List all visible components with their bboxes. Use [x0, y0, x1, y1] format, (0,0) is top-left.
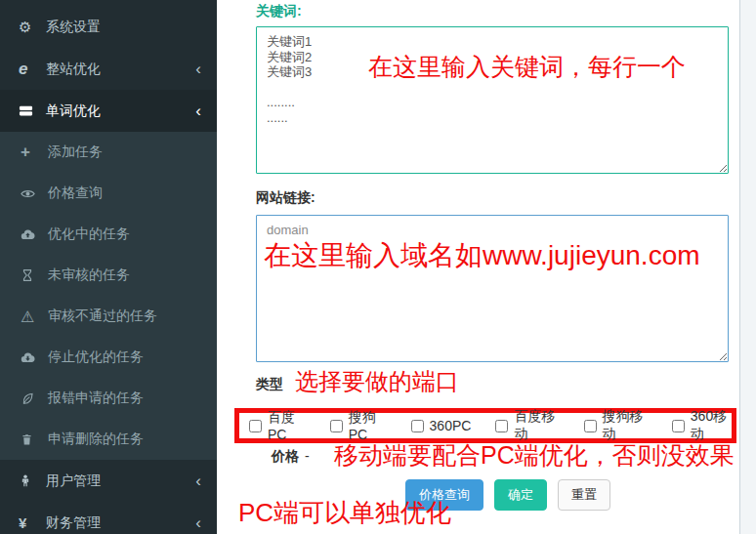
sidebar-item-label: 优化中的任务	[48, 226, 130, 243]
checkbox-360-mobile[interactable]: 360移动	[672, 408, 732, 443]
hourglass-icon	[21, 268, 45, 282]
price-annotation: 移动端要配合PC端优化，否则没效果	[334, 439, 735, 472]
sidebar-item-site-optimization[interactable]: e 整站优化 ‹	[0, 48, 217, 90]
price-value: -	[305, 448, 310, 464]
sidebar-item-label: 整站优化	[46, 61, 101, 78]
baidu-pc-checkbox[interactable]	[249, 420, 262, 432]
checkbox-label: 百度PC	[268, 409, 306, 442]
sidebar: ⚙ 系统设置 e 整站优化 ‹ 单词优化 ‹ + 添加任务 价格查询 优化中的任…	[0, 0, 217, 534]
sidebar-item-system-settings[interactable]: ⚙ 系统设置	[0, 6, 217, 48]
chevron-left-icon: ‹	[195, 103, 201, 119]
baidu-mobile-checkbox[interactable]	[495, 420, 508, 432]
internet-explorer-icon: e	[19, 61, 43, 77]
sidebar-item-label: 价格查询	[48, 185, 103, 202]
scrollbar-track[interactable]	[739, 0, 756, 534]
type-label: 类型	[256, 376, 283, 393]
form-buttons: 价格查询 确定 重置	[405, 479, 610, 511]
sidebar-item-label: 添加任务	[48, 144, 103, 161]
checkbox-baidu-mobile[interactable]: 百度移动	[495, 408, 559, 443]
sidebar-item-word-optimization[interactable]: 单词优化 ‹	[0, 90, 217, 132]
sogou-pc-checkbox[interactable]	[330, 420, 343, 432]
sidebar-item-price-query[interactable]: 价格查询	[0, 173, 217, 214]
type-row: 类型 选择要做的端口	[256, 372, 459, 397]
add-task-form: 关键词: 关键词1 关键词2 关键词3 ........ ...... 在这里输…	[217, 0, 756, 534]
confirm-button[interactable]: 确定	[494, 479, 547, 511]
cloud-download-icon	[21, 350, 45, 365]
sidebar-item-label: 报错申请的任务	[48, 390, 144, 407]
checkbox-label: 搜狗PC	[349, 409, 387, 442]
checkbox-baidu-pc[interactable]: 百度PC	[249, 409, 306, 442]
type-annotation: 选择要做的端口	[295, 366, 459, 397]
trash-icon	[21, 433, 45, 446]
sidebar-item-optimizing-tasks[interactable]: 优化中的任务	[0, 214, 217, 255]
sidebar-item-label: 财务管理	[46, 514, 101, 532]
sidebar-item-stopped-tasks[interactable]: 停止优化的任务	[0, 337, 217, 378]
sidebar-item-label: 停止优化的任务	[48, 349, 144, 366]
sogou-mobile-checkbox[interactable]	[584, 420, 597, 432]
site-link-label: 网站链接:	[256, 189, 315, 207]
yen-icon: ¥	[19, 514, 43, 531]
price-query-button[interactable]: 价格查询	[405, 479, 483, 511]
site-link-textarea[interactable]: domain	[256, 215, 729, 362]
sidebar-item-finance-management[interactable]: ¥ 财务管理 ‹	[0, 502, 217, 534]
sidebar-item-rejected-tasks[interactable]: ⚠ 审核不通过的任务	[0, 296, 217, 337]
sidebar-item-add-task[interactable]: + 添加任务	[0, 132, 217, 173]
person-icon	[19, 474, 43, 488]
word-optimization-submenu: + 添加任务 价格查询 优化中的任务 未审核的任务 ⚠ 审核不通过的任务	[0, 132, 217, 460]
sidebar-item-label: 单词优化	[46, 103, 101, 120]
checkbox-label: 搜狗移动	[603, 408, 648, 443]
sidebar-item-unreviewed-tasks[interactable]: 未审核的任务	[0, 255, 217, 296]
keywords-label: 关键词:	[256, 3, 302, 21]
checkbox-label: 360PC	[430, 418, 472, 433]
chevron-left-icon: ‹	[195, 61, 201, 77]
sidebar-item-label: 未审核的任务	[48, 267, 130, 284]
360-pc-checkbox[interactable]	[411, 420, 424, 432]
sidebar-item-label: 用户管理	[46, 472, 101, 490]
checkbox-sogou-mobile[interactable]: 搜狗移动	[584, 408, 648, 443]
cloud-upload-icon	[21, 227, 45, 242]
keywords-textarea[interactable]: 关键词1 关键词2 关键词3 ........ ......	[256, 26, 729, 174]
sidebar-item-error-report-tasks[interactable]: 报错申请的任务	[0, 378, 217, 419]
sidebar-item-delete-request-tasks[interactable]: 申请删除的任务	[0, 419, 217, 460]
sidebar-item-label: 申请删除的任务	[48, 431, 144, 448]
sidebar-item-label: 系统设置	[46, 19, 101, 36]
checkbox-360-pc[interactable]: 360PC	[411, 418, 472, 433]
leaf-icon	[21, 391, 45, 406]
warning-icon: ⚠	[21, 308, 45, 326]
eye-icon	[21, 186, 45, 201]
reset-button[interactable]: 重置	[558, 479, 610, 511]
chevron-left-icon: ‹	[195, 472, 201, 489]
price-label: 价格	[272, 448, 299, 466]
server-icon	[19, 103, 43, 118]
checkbox-label: 百度移动	[514, 408, 559, 443]
checkbox-sogou-pc[interactable]: 搜狗PC	[330, 409, 387, 442]
gear-icon: ⚙	[19, 19, 43, 36]
chevron-left-icon: ‹	[195, 514, 201, 531]
sidebar-item-user-management[interactable]: 用户管理 ‹	[0, 460, 217, 502]
plus-icon: +	[21, 143, 45, 162]
sidebar-item-label: 审核不通过的任务	[48, 308, 157, 325]
360-mobile-checkbox[interactable]	[672, 420, 685, 432]
checkbox-label: 360移动	[691, 408, 732, 443]
port-checkbox-group: 百度PC 搜狗PC 360PC 百度移动 搜狗移动 360移动	[234, 408, 736, 443]
